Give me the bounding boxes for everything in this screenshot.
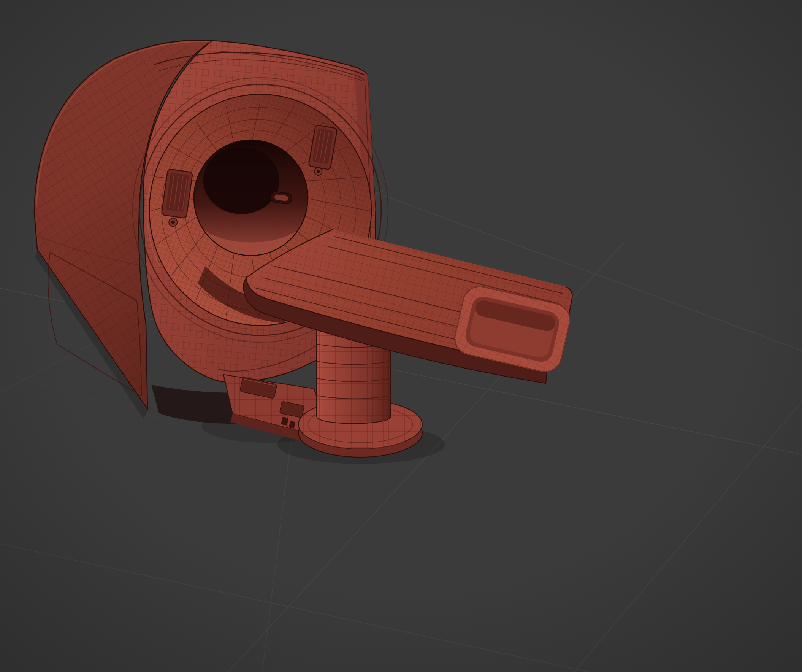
viewport-stage xyxy=(0,0,802,672)
vignette-overlay xyxy=(0,0,802,672)
viewport-canvas[interactable] xyxy=(0,0,802,672)
